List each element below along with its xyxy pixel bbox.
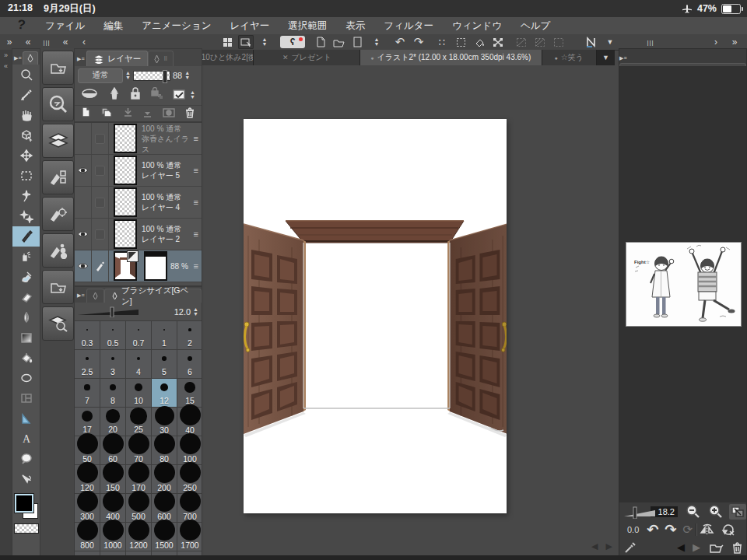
edit-target-cell[interactable] [92, 250, 109, 282]
brush-size-spinner[interactable]: ▲▼ [193, 307, 198, 317]
collapse-left2-icon[interactable]: « [20, 35, 36, 49]
launcher-tool-property[interactable] [42, 160, 74, 194]
switch-window-button[interactable] [238, 35, 254, 49]
visibility-cell[interactable] [75, 123, 92, 154]
main-color-swatch[interactable] [15, 494, 33, 513]
tab-list-dropdown-icon[interactable]: ▼ [597, 50, 615, 65]
brush-size-cell[interactable]: 700 [177, 494, 202, 523]
brush-size-cell[interactable]: 17 [75, 408, 100, 436]
subview-delete-button[interactable] [731, 541, 743, 554]
snap-ruler-button[interactable] [514, 35, 529, 49]
brush-size-cell[interactable]: 300 [75, 494, 100, 523]
brush-size-cell[interactable]: 25 [126, 408, 152, 436]
subview-eyedropper-button[interactable] [624, 541, 637, 554]
brush-size-cell[interactable]: 600 [152, 494, 177, 523]
brush-size-cell[interactable]: 100 [177, 436, 202, 465]
tab-close-icon[interactable]: ✕ [282, 54, 289, 61]
tool-eraser[interactable] [12, 287, 40, 307]
brush-size-tab[interactable]: ブラシサイズ[Gペン] [104, 289, 202, 303]
layer-menu-icon[interactable]: ≡ [194, 134, 198, 143]
right-drag-handle-icon[interactable]: ||| [643, 35, 658, 49]
brush-size-cell[interactable]: 40 [177, 408, 202, 436]
tool-decoration-sparkle[interactable] [12, 206, 40, 226]
tool-airbrush[interactable] [12, 247, 40, 267]
menu-layer[interactable]: レイヤー [230, 19, 269, 33]
tool-settings-tab[interactable] [86, 289, 104, 303]
brush-size-cell[interactable]: 70 [126, 436, 152, 465]
brush-palette-menu-icon[interactable]: ▶≡ [77, 292, 84, 299]
tool-text[interactable]: A [12, 429, 40, 449]
brush-size-cell[interactable]: 1000 [100, 523, 126, 551]
tool-blend[interactable] [12, 307, 40, 327]
expand-right-icon[interactable]: › [708, 35, 724, 49]
launcher-material[interactable] [42, 270, 74, 304]
menu-file[interactable]: ファイル [45, 19, 85, 33]
layer-menu-icon[interactable]: ≡ [194, 229, 198, 239]
window-spinner[interactable]: ▲▼ [257, 35, 272, 49]
reset-display-button[interactable] [721, 523, 735, 536]
expand-right2-icon[interactable]: » [727, 35, 742, 49]
lock-transparent-button[interactable] [151, 87, 163, 103]
blend-mode-spinner[interactable]: ▲▼ [125, 71, 131, 80]
layer-menu-icon[interactable]: ≡ [194, 261, 198, 271]
brush-size-cell[interactable]: 0.5 [100, 321, 126, 350]
tool-gradient[interactable] [12, 327, 40, 348]
tool-palette-tab[interactable] [23, 51, 38, 65]
subview-next-image-button[interactable]: ▶ [693, 541, 700, 553]
workspace-grid-button[interactable] [219, 35, 235, 49]
brush-size-cell[interactable]: 8 [100, 379, 126, 408]
mask-enable-button[interactable]: ▲▼ [173, 89, 195, 101]
layer-row-2[interactable]: 100 % 通常レイヤー 5 ≡ [75, 155, 202, 187]
layer-palette-menu-icon[interactable]: ▶≡ [77, 56, 84, 62]
tool-fill-bucket[interactable] [12, 348, 40, 368]
collapse-palette2-icon[interactable]: ‹ [76, 35, 92, 49]
menu-view[interactable]: 表示 [345, 19, 365, 33]
tool-palette-menu-icon[interactable]: ▶≡ [14, 55, 21, 61]
brush-size-cell[interactable]: 10 [126, 379, 152, 408]
brush-size-cell[interactable]: 12 [152, 379, 177, 408]
brush-size-cell[interactable]: 30 [152, 408, 177, 436]
layer-palette-tab[interactable]: レイヤー [86, 51, 148, 66]
launcher-tool-settings[interactable] [42, 197, 74, 231]
brush-size-cell[interactable]: 0.3 [75, 321, 100, 350]
brush-size-cell[interactable]: 0.7 [126, 321, 152, 350]
new-folder-button[interactable] [100, 107, 113, 121]
subview-prev-image-button[interactable]: ◀ [677, 541, 685, 553]
brush-size-cell[interactable]: 80 [152, 436, 177, 465]
tool-zoom[interactable] [12, 65, 40, 85]
opacity-slider[interactable] [133, 71, 170, 81]
tool-eyedropper[interactable] [12, 85, 40, 105]
new-file-button[interactable] [313, 35, 328, 49]
checkbox-cell[interactable] [92, 187, 109, 218]
layer-mask-thumbnail[interactable] [144, 251, 167, 281]
visibility-cell[interactable] [75, 250, 92, 282]
tool-frame-border[interactable] [12, 388, 40, 408]
rotate-ccw-button[interactable]: ↶ [647, 521, 658, 538]
transparent-color-swatch[interactable] [14, 523, 39, 534]
brush-size-cell[interactable]: 7 [75, 379, 100, 408]
tool-select-marquee[interactable] [12, 166, 40, 186]
menu-help[interactable]: ヘルプ [521, 19, 550, 33]
tool-object[interactable] [12, 125, 40, 145]
tool-ruler[interactable] [12, 408, 40, 429]
layer-thumbnail[interactable] [114, 219, 137, 249]
brush-size-cell[interactable]: 200 [152, 465, 177, 494]
tool-brush[interactable] [12, 267, 40, 287]
new-layer-button[interactable] [81, 107, 91, 121]
checkbox-cell[interactable] [92, 219, 109, 250]
tool-pen-selected[interactable] [12, 226, 40, 247]
tool-figure[interactable] [12, 368, 40, 388]
brush-size-cell[interactable]: 15 [177, 379, 202, 408]
brush-size-cell[interactable]: 60 [100, 436, 126, 465]
blend-mode-dropdown[interactable]: 通常 [78, 68, 123, 83]
open-file-button[interactable] [331, 35, 347, 49]
tool-auto-select-wand[interactable] [12, 186, 40, 206]
tool-balloon[interactable] [12, 449, 40, 469]
edge-collapse-icon[interactable]: « [0, 61, 12, 72]
brush-size-cell[interactable]: 800 [75, 523, 100, 551]
select-dots-button[interactable]: ∷ [434, 35, 450, 49]
launcher-layer-palette[interactable] [42, 124, 74, 158]
opacity-spinner[interactable]: ▲▼ [184, 71, 190, 80]
transform-button[interactable] [490, 35, 506, 49]
redo-button[interactable]: ↷ [411, 35, 426, 49]
